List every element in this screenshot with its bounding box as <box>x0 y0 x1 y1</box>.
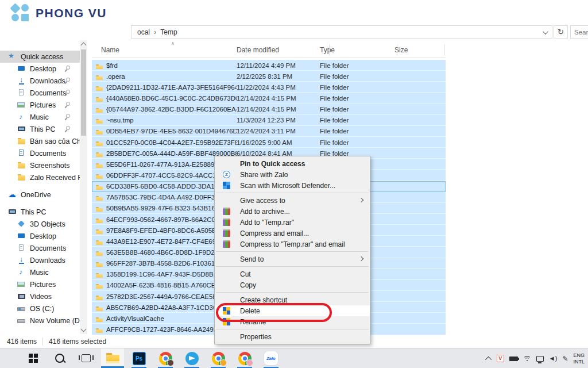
folder-icon <box>96 240 103 245</box>
breadcrumb-current-folder[interactable]: Temp <box>160 28 177 36</box>
sidebar-item-3d-objects[interactable]: 3D Objects <box>0 218 87 230</box>
column-header-date-modified[interactable]: Date modified <box>237 46 320 54</box>
file-row[interactable]: 0DB54EB7-97DE-4EE5-8632-001D494676DF12/2… <box>92 126 446 137</box>
hidden-icons-chevron-icon[interactable] <box>485 356 492 362</box>
menu-item-label: Compress and email... <box>240 229 309 237</box>
file-row[interactable]: .opera2/12/2025 8:31 PMFile folder <box>92 71 446 82</box>
menu-item-add-to-archive[interactable]: Add to archive... <box>215 206 370 217</box>
taskbar-task-view[interactable] <box>75 348 98 368</box>
column-divider[interactable] <box>246 44 246 56</box>
file-row[interactable]: ~nsu.tmp11/3/2024 12:23 PMFile folder <box>92 115 446 126</box>
menu-item-pin-to-quick-access[interactable]: Pin to Quick access <box>215 158 370 169</box>
windows-start-icon <box>29 354 38 363</box>
menu-item-compress-to-temp-rar-and-email[interactable]: Compress to "Temp.rar" and email <box>215 239 370 250</box>
file-name-text: 1358D199-1C96-4AF7-943F-D5D8B1739 <box>106 271 228 278</box>
sidebar-item-this-pc[interactable]: This PC <box>0 123 87 135</box>
sidebar-item-zalo-received-files[interactable]: Zalo Received Files <box>0 171 87 183</box>
taskbar-zalo[interactable]: Zalo <box>260 348 283 368</box>
file-row[interactable]: {440A58E0-BD6C-45C1-9C0C-2C4DB673D0E3}12… <box>92 93 446 103</box>
column-header-name[interactable]: Name <box>92 46 237 54</box>
menu-item-label: Add to archive... <box>240 208 290 216</box>
search-input[interactable]: Sear <box>570 25 588 39</box>
volume-icon[interactable]: ◄) <box>549 355 558 362</box>
sidebar-item-label: OS (C:) <box>30 305 54 313</box>
file-name-text: 0DB54EB7-97DE-4EE5-8632-001D494676DF <box>106 128 237 135</box>
address-bar[interactable]: ocal › Temp <box>131 25 552 39</box>
language-indicator[interactable]: ENG INTL <box>573 352 586 365</box>
phongvu-logo: PHONG VU <box>0 0 133 26</box>
file-name-cell: .opera <box>92 73 237 80</box>
scroll-down-icon[interactable] <box>81 327 87 332</box>
taskbar-file-explorer[interactable] <box>101 348 124 368</box>
sidebar-item-new-volume-d[interactable]: New Volume (D:) <box>0 315 87 327</box>
sidebar-item-desktop[interactable]: Desktop <box>0 230 87 242</box>
menu-item-label: Compress to "Temp.rar" and email <box>240 240 345 248</box>
taskbar-chrome-profile-2[interactable] <box>207 348 230 368</box>
v-app-tray-icon[interactable]: V <box>497 355 504 362</box>
sidebar-item-videos[interactable]: Videos <box>0 290 87 302</box>
menu-item-scan-with-microsoft-defender[interactable]: Scan with Microsoft Defender... <box>215 180 370 191</box>
menu-item-cut[interactable]: Cut <box>215 269 370 279</box>
menu-item-share-with-zalo[interactable]: ZShare with Zalo <box>215 169 370 180</box>
taskbar-telegram[interactable] <box>180 348 203 368</box>
taskbar-chrome-profile-3[interactable] <box>233 348 256 368</box>
file-row[interactable]: $frd12/11/2024 4:49 PMFile folder <box>92 60 446 71</box>
sidebar-item-label: Zalo Received Files <box>30 174 87 182</box>
taskbar-chrome-profile-1[interactable] <box>154 348 177 368</box>
taskbar-start[interactable] <box>22 348 45 368</box>
menu-item-label: Pin to Quick access <box>240 160 305 168</box>
sidebar-item-documents[interactable]: Documents <box>0 87 87 99</box>
sidebar-item-label: Documents <box>30 150 66 158</box>
taskbar-search[interactable] <box>48 348 71 368</box>
sidebar-item-music[interactable]: Music <box>0 266 87 278</box>
sidebar-item-pictures[interactable]: Pictures <box>0 99 87 111</box>
winrar-icon <box>223 208 230 215</box>
column-divider[interactable] <box>329 44 330 56</box>
sidebar-item-documents[interactable]: Documents <box>0 147 87 159</box>
taskbar-photoshop[interactable]: Ps <box>127 348 150 368</box>
sidebar-item-desktop[interactable]: Desktop <box>0 63 87 75</box>
scroll-up-icon[interactable] <box>81 43 87 48</box>
pin-icon <box>64 78 70 84</box>
pen-input-icon[interactable]: ✎ <box>562 355 568 362</box>
scrollbar-thumb[interactable] <box>81 49 86 136</box>
sidebar-item-screenshots[interactable]: Screenshots <box>0 159 87 171</box>
sidebar-item-pictures[interactable]: Pictures <box>0 278 87 290</box>
file-row[interactable]: {2DAD9211-1D32-471E-AA73-3FE5164F9643}11… <box>92 82 446 93</box>
file-row[interactable]: {05744A97-3862-42BC-B3DD-F6C12060EA49}12… <box>92 104 446 115</box>
column-divider[interactable] <box>444 44 445 56</box>
menu-item-give-access-to[interactable]: Give access to <box>215 195 370 206</box>
sidebar-item-downloads[interactable]: Downloads <box>0 75 87 87</box>
menu-item-add-to-temp-rar[interactable]: Add to "Temp.rar" <box>215 217 370 228</box>
file-name-text: AFFCF9CB-1727-423F-8646-AA249DC8F <box>106 326 231 333</box>
file-name-text: 50B9BAB5-9929-47F6-B323-543B165B4 <box>106 205 227 212</box>
column-divider[interactable] <box>397 44 397 56</box>
sidebar-item-os-c[interactable]: OS (C:) <box>0 302 87 315</box>
sidebar-item-music[interactable]: Music <box>0 111 87 123</box>
menu-item-send-to[interactable]: Send to <box>215 254 370 264</box>
breadcrumb-parent[interactable]: ocal <box>137 28 150 36</box>
breadcrumb[interactable]: ocal › Temp <box>137 28 177 36</box>
folder-icon <box>96 218 103 223</box>
refresh-button[interactable]: ↻ <box>554 25 568 39</box>
address-dropdown-chevron-icon[interactable] <box>543 29 548 34</box>
menu-item-properties[interactable]: Properties <box>215 331 370 342</box>
photoshop-icon: Ps <box>133 352 146 365</box>
sidebar-item-downloads[interactable]: Downloads <box>0 254 87 266</box>
folder-icon <box>96 141 103 146</box>
sidebar-item-b-n-sao-c-a-ch-a-c[interactable]: Bán sao của Chưa có <box>0 135 87 147</box>
column-headers: ∧ Name Date modified Type Size <box>92 43 446 57</box>
battery-icon[interactable] <box>509 356 518 361</box>
menu-item-copy[interactable]: Copy <box>215 279 370 290</box>
sidebar-item-documents[interactable]: Documents <box>0 242 87 254</box>
display-cast-icon[interactable] <box>536 356 544 362</box>
menu-item-compress-and-email[interactable]: Compress and email... <box>215 228 370 239</box>
wifi-icon[interactable] <box>523 356 531 362</box>
sidebar-item-onedrive[interactable]: OneDrive <box>0 189 87 201</box>
column-header-type[interactable]: Type <box>320 46 388 54</box>
sidebar-scrollbar[interactable] <box>80 40 87 334</box>
sidebar-item-quick-access[interactable]: Quick access <box>0 51 87 63</box>
file-row[interactable]: 01CC52F0-0C0B-4C04-A2E7-E95B92E73F831/16… <box>92 137 446 148</box>
sidebar-item-this-pc[interactable]: This PC <box>0 206 87 218</box>
column-header-size[interactable]: Size <box>388 46 432 54</box>
